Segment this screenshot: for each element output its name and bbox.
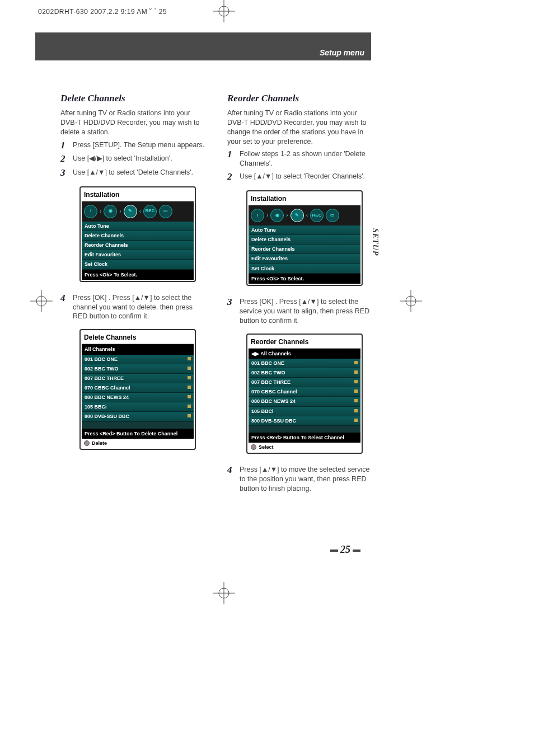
marker-icon <box>188 405 191 408</box>
section-title-reorder: Reorder Channels <box>227 92 374 105</box>
osd-installation: Installation i › ◉ › ✎ ‹ REC ▭ Auto Tune… <box>79 186 196 282</box>
step-number: 3 <box>227 297 240 326</box>
header-band: Setup menu <box>35 32 371 60</box>
step: 4 Press [OK] . Press [▲/▼] to select the… <box>60 293 207 322</box>
osd-menu-item[interactable]: Auto Tune <box>82 222 194 231</box>
osd-menu-item[interactable]: Reorder Channels <box>82 241 194 250</box>
osd-menu-item[interactable]: Edit Favourites <box>82 250 194 260</box>
step: 1 Press [SETUP]. The Setup menu appears. <box>60 140 207 151</box>
step: 4 Press [▲/▼] to move the selected servi… <box>227 465 374 494</box>
step-number: 4 <box>227 465 240 494</box>
osd-menu-item[interactable]: Set Clock <box>82 260 194 269</box>
chevron-right-icon: › <box>119 208 121 215</box>
channel-row[interactable]: 070 CBBC Channel <box>249 387 360 397</box>
globe-icon: ◉ <box>270 209 284 222</box>
osd-band: All Channels <box>82 344 194 354</box>
channel-row[interactable]: 080 BBC NEWS 24 <box>82 393 194 402</box>
osd-menu-item[interactable]: Delete Channels <box>249 235 360 245</box>
osd-title: Installation <box>249 192 360 205</box>
osd-menu-list: Auto Tune Delete Channels Reorder Channe… <box>249 226 360 274</box>
osd-icon-row: i › ◉ › ✎ ‹ REC ▭ <box>249 205 360 226</box>
channel-row[interactable]: 080 BBC NEWS 24 <box>249 397 360 406</box>
osd-footer: Press <Ok> To Select. <box>249 274 360 284</box>
marker-icon <box>188 395 191 398</box>
channel-row[interactable]: 105 BBCi <box>82 402 194 412</box>
marker-icon <box>354 370 358 374</box>
marker-icon <box>354 380 358 383</box>
red-button-icon <box>84 440 90 446</box>
tv-icon: ▭ <box>326 209 339 222</box>
crop-mark-left <box>30 290 53 314</box>
osd-title: Delete Channels <box>82 331 194 344</box>
chevron-right-icon: › <box>100 208 101 215</box>
step: 2 Use [▲/▼] to select 'Reorder Channels'… <box>227 172 374 182</box>
crop-mark-top <box>213 0 235 22</box>
osd-menu-item[interactable]: Set Clock <box>249 264 360 274</box>
header-band-label: Setup menu <box>320 48 364 57</box>
osd-spacer <box>249 426 360 433</box>
osd-menu-item[interactable]: Delete Channels <box>82 231 194 241</box>
channel-row[interactable]: 001 BBC ONE <box>82 355 194 364</box>
marker-icon <box>354 409 358 412</box>
crop-mark-right <box>400 290 422 314</box>
channel-row[interactable]: 007 BBC THREE <box>82 374 194 383</box>
marker-icon <box>354 389 358 393</box>
intro-text: After tuning TV or Radio stations into y… <box>60 109 207 137</box>
channel-row[interactable]: 002 BBC TWO <box>249 368 360 378</box>
osd-title: Reorder Channels <box>249 336 360 349</box>
marker-icon <box>188 414 191 417</box>
channel-row[interactable]: 800 DVB-SSU DBC <box>82 412 194 421</box>
intro-text: After tuning TV or Radio stations into y… <box>227 109 374 147</box>
page-bar-icon <box>330 550 338 552</box>
osd-title: Installation <box>82 189 194 201</box>
tv-icon: ▭ <box>159 205 172 218</box>
channel-row[interactable]: 070 CBBC Channel <box>82 383 194 393</box>
step-number: 2 <box>60 154 73 165</box>
chevron-left-icon: ‹ <box>139 208 141 215</box>
step-number: 4 <box>60 293 73 322</box>
info-icon: i <box>251 209 264 222</box>
step-text: Press [▲/▼] to move the selected service… <box>240 465 374 494</box>
chevron-right-icon: › <box>266 212 268 219</box>
osd-menu-item[interactable]: Edit Favourites <box>249 254 360 264</box>
osd-reorder-channels: Reorder Channels ◀▶ All Channels 001 BBC… <box>246 334 363 454</box>
osd-delete-channels: Delete Channels All Channels 001 BBC ONE… <box>79 329 196 450</box>
channel-row[interactable]: 800 DVB-SSU DBC <box>249 416 360 426</box>
step-text: Press [SETUP]. The Setup menu appears. <box>73 140 207 151</box>
step: 3 Use [▲/▼] to select 'Delete Channels'. <box>60 168 207 179</box>
page-bar-icon <box>353 550 360 552</box>
channel-row[interactable]: 007 BBC THREE <box>249 378 360 387</box>
chevron-right-icon: › <box>286 212 288 219</box>
page-number: 25 <box>328 544 363 556</box>
osd-spacer <box>82 422 194 429</box>
osd-footer: Press <Red> Button To Delete Channel <box>82 429 194 439</box>
rec-icon: REC <box>143 205 157 218</box>
chevron-left-icon: ‹ <box>306 212 308 219</box>
osd-menu-item[interactable]: Auto Tune <box>249 226 360 235</box>
info-icon: i <box>84 205 97 218</box>
step-number: 3 <box>60 168 73 179</box>
step-text: Press [OK] . Press [▲/▼] to select the c… <box>73 293 207 322</box>
rec-icon: REC <box>310 209 324 222</box>
osd-footer: Press <Red> Button To Select Channel <box>249 433 360 443</box>
channel-row[interactable]: 002 BBC TWO <box>82 364 194 374</box>
globe-icon: ◉ <box>104 205 117 218</box>
marker-icon <box>188 386 191 389</box>
channel-row[interactable]: 001 BBC ONE <box>249 359 360 368</box>
osd-menu-list: Auto Tune Delete Channels Reorder Channe… <box>82 222 194 270</box>
osd-icon-row: i › ◉ › ✎ ‹ REC ▭ <box>82 201 194 222</box>
marker-icon <box>188 357 191 360</box>
osd-menu-item[interactable]: Reorder Channels <box>249 245 360 254</box>
step-text: Press [OK] . Press [▲/▼] to select the s… <box>240 297 374 326</box>
channel-row[interactable]: 105 BBCi <box>249 407 360 416</box>
wrench-icon: ✎ <box>124 205 137 218</box>
section-title-delete: Delete Channels <box>60 92 207 105</box>
marker-icon <box>354 361 358 364</box>
step: 3 Press [OK] . Press [▲/▼] to select the… <box>227 297 374 326</box>
step: 2 Use [◀/▶] to select 'Installation'. <box>60 154 207 165</box>
osd-installation: Installation i › ◉ › ✎ ‹ REC ▭ Auto Tune… <box>246 190 363 286</box>
step-number: 1 <box>60 140 73 151</box>
osd-subfooter: Select <box>249 443 360 452</box>
wrench-icon: ✎ <box>291 209 304 222</box>
marker-icon <box>354 419 358 422</box>
